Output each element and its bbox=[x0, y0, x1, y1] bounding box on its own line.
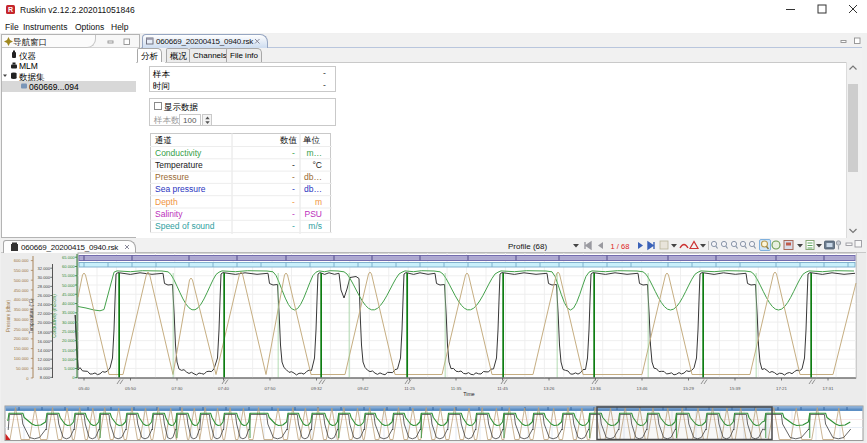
svg-text:09:42: 09:42 bbox=[358, 386, 370, 391]
svg-text:05:40: 05:40 bbox=[79, 386, 91, 391]
svg-text:500.000: 500.000 bbox=[14, 278, 30, 283]
svg-text:30.000: 30.000 bbox=[37, 275, 50, 280]
svg-text:17:31: 17:31 bbox=[823, 386, 835, 391]
svg-text:200.000: 200.000 bbox=[14, 336, 30, 341]
svg-text:100.000: 100.000 bbox=[14, 356, 30, 361]
svg-text:Temperature (°C): Temperature (°C) bbox=[29, 298, 34, 334]
svg-text:350.000: 350.000 bbox=[14, 307, 30, 312]
svg-text:13:26: 13:26 bbox=[544, 386, 556, 391]
svg-text:45.000: 45.000 bbox=[62, 292, 75, 297]
svg-text:55.000: 55.000 bbox=[62, 273, 75, 278]
svg-text:8.000: 8.000 bbox=[40, 375, 51, 380]
svg-text:50.000: 50.000 bbox=[62, 283, 75, 288]
svg-text:250.000: 250.000 bbox=[14, 327, 30, 332]
svg-text:300.000: 300.000 bbox=[14, 317, 30, 322]
svg-text:0: 0 bbox=[26, 376, 29, 381]
svg-text:10.000: 10.000 bbox=[37, 366, 50, 371]
svg-text:60.000: 60.000 bbox=[62, 264, 75, 269]
svg-text:32.000: 32.000 bbox=[37, 266, 50, 271]
svg-text:600.000: 600.000 bbox=[14, 258, 30, 263]
svg-text:09:32: 09:32 bbox=[311, 386, 323, 391]
svg-text:07:40: 07:40 bbox=[218, 386, 230, 391]
svg-text:150.000: 150.000 bbox=[14, 346, 30, 351]
svg-text:24.000: 24.000 bbox=[37, 302, 50, 307]
svg-text:26.000: 26.000 bbox=[37, 293, 50, 298]
svg-text:10.000: 10.000 bbox=[62, 357, 75, 362]
svg-text:550.000: 550.000 bbox=[14, 268, 30, 273]
svg-text:15:39: 15:39 bbox=[730, 386, 742, 391]
svg-text:07:30: 07:30 bbox=[172, 386, 184, 391]
svg-text:07:50: 07:50 bbox=[265, 386, 277, 391]
svg-text:13:46: 13:46 bbox=[637, 386, 649, 391]
svg-text:20.000: 20.000 bbox=[62, 338, 75, 343]
svg-text:11:25: 11:25 bbox=[404, 386, 415, 391]
svg-text:35.000: 35.000 bbox=[62, 310, 75, 315]
svg-text:22.000: 22.000 bbox=[37, 311, 50, 316]
svg-text:12.000: 12.000 bbox=[37, 357, 50, 362]
svg-text:Conductivity (mS/cm): Conductivity (mS/cm) bbox=[52, 294, 57, 338]
svg-text:15:29: 15:29 bbox=[683, 386, 695, 391]
svg-text:25.000: 25.000 bbox=[62, 329, 75, 334]
svg-text:13:36: 13:36 bbox=[590, 386, 602, 391]
svg-text:0: 0 bbox=[72, 375, 75, 380]
svg-text:Time: Time bbox=[463, 391, 474, 397]
svg-text:5.000: 5.000 bbox=[64, 366, 75, 371]
svg-text:20.000: 20.000 bbox=[37, 320, 50, 325]
svg-text:15.000: 15.000 bbox=[62, 348, 75, 353]
svg-text:65.000: 65.000 bbox=[62, 255, 75, 260]
svg-text:05:50: 05:50 bbox=[125, 386, 137, 391]
svg-text:16.000: 16.000 bbox=[37, 339, 50, 344]
svg-text:11:45: 11:45 bbox=[497, 386, 508, 391]
svg-text:30.000: 30.000 bbox=[62, 320, 75, 325]
svg-text:11:35: 11:35 bbox=[451, 386, 462, 391]
svg-text:Pressure (dbar): Pressure (dbar) bbox=[6, 300, 11, 332]
svg-text:17:21: 17:21 bbox=[776, 386, 788, 391]
svg-text:50.000: 50.000 bbox=[16, 366, 29, 371]
svg-text:18.000: 18.000 bbox=[37, 330, 50, 335]
svg-text:28.000: 28.000 bbox=[37, 284, 50, 289]
svg-text:40.000: 40.000 bbox=[62, 301, 75, 306]
svg-text:14.000: 14.000 bbox=[37, 348, 50, 353]
svg-text:400.000: 400.000 bbox=[14, 297, 30, 302]
svg-text:450.000: 450.000 bbox=[14, 288, 30, 293]
